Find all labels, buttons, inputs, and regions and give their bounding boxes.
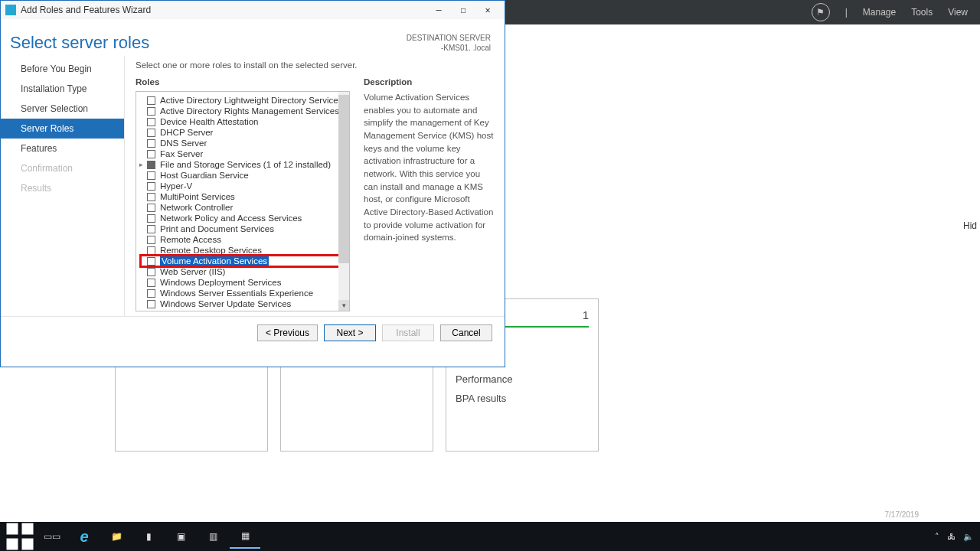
role-checkbox[interactable]	[147, 204, 155, 212]
install-button: Install	[382, 324, 434, 341]
role-checkbox[interactable]	[147, 118, 155, 126]
role-label: Remote Desktop Services	[160, 246, 262, 255]
tile-line: Performance	[456, 373, 589, 385]
role-checkbox[interactable]	[147, 214, 155, 223]
role-item[interactable]: Fax Server	[141, 148, 348, 159]
notification-flag-icon[interactable]: ⚑	[812, 3, 830, 21]
system-tray[interactable]: ˄ 🖧 🔈	[935, 522, 974, 551]
server-manager-topbar: ⚑ | Manage Tools View	[505, 0, 980, 24]
role-checkbox[interactable]	[147, 96, 155, 105]
role-label: Hyper-V	[160, 181, 192, 191]
role-label: Network Controller	[160, 203, 233, 212]
cancel-button[interactable]: Cancel	[440, 324, 492, 341]
role-label: Active Directory Lightweight Directory S…	[160, 96, 342, 105]
role-item[interactable]: Network Controller	[141, 202, 348, 213]
previous-button[interactable]: < Previous	[257, 324, 318, 341]
instruction-text: Select one or more roles to install on t…	[136, 60, 494, 70]
menu-tools[interactable]: Tools	[911, 7, 933, 18]
wizard-step[interactable]: Before You Begin	[1, 59, 124, 79]
role-item[interactable]: Active Directory Rights Management Servi…	[141, 106, 348, 116]
role-checkbox[interactable]	[147, 171, 155, 180]
role-item[interactable]: Remote Desktop Services	[141, 245, 348, 256]
role-item[interactable]: DHCP Server	[141, 127, 348, 138]
tray-chevron-icon[interactable]: ˄	[935, 532, 939, 542]
network-icon[interactable]: 🖧	[947, 532, 956, 541]
role-checkbox[interactable]	[147, 161, 155, 169]
role-checkbox[interactable]	[147, 129, 155, 137]
app-icon[interactable]: ▮	[133, 524, 164, 549]
role-checkbox[interactable]	[147, 182, 155, 191]
role-item[interactable]: Hyper-V	[141, 181, 348, 191]
server-manager-icon[interactable]: ▦	[230, 524, 260, 549]
role-checkbox[interactable]	[147, 268, 155, 276]
expand-icon[interactable]: ▸	[139, 161, 143, 168]
role-checkbox[interactable]	[147, 139, 155, 148]
role-checkbox[interactable]	[147, 257, 155, 266]
wizard-step[interactable]: Installation Type	[1, 79, 124, 99]
maximize-button[interactable]: ☐	[451, 2, 475, 18]
role-item[interactable]: Host Guardian Service	[141, 170, 348, 181]
role-item[interactable]: Volume Activation Services	[141, 256, 348, 266]
role-label: Windows Server Update Services	[160, 299, 291, 308]
menu-manage[interactable]: Manage	[863, 7, 896, 18]
role-label: DHCP Server	[160, 128, 213, 137]
page-title: Select server roles	[10, 33, 149, 53]
roles-header: Roles	[136, 77, 350, 86]
close-button[interactable]: ✕	[475, 2, 500, 18]
ie-icon[interactable]: e	[69, 524, 100, 549]
destination-label: DESTINATION SERVER	[407, 33, 491, 43]
wizard-step[interactable]: Features	[1, 139, 124, 158]
role-item[interactable]: Windows Deployment Services	[141, 277, 348, 288]
role-item[interactable]: Remote Access	[141, 234, 348, 245]
app-icon[interactable]: ▥	[198, 524, 228, 549]
destination-server: -KMS01. .local	[407, 43, 491, 53]
explorer-icon[interactable]: 📁	[101, 524, 132, 549]
svg-rect-0	[7, 523, 18, 535]
role-checkbox[interactable]	[147, 193, 155, 201]
role-label: MultiPoint Services	[160, 192, 235, 201]
role-label: Fax Server	[160, 149, 203, 158]
menu-view[interactable]: View	[948, 7, 968, 18]
role-checkbox[interactable]	[147, 225, 155, 233]
role-item[interactable]: Active Directory Lightweight Directory S…	[141, 95, 348, 106]
start-button[interactable]	[5, 524, 35, 549]
scrollbar-thumb[interactable]	[338, 95, 349, 263]
add-roles-wizard-window: Add Roles and Features Wizard — ☐ ✕ Sele…	[0, 0, 505, 367]
titlebar[interactable]: Add Roles and Features Wizard — ☐ ✕	[1, 1, 505, 19]
scrollbar-down-icon[interactable]: ▾	[338, 300, 349, 311]
role-item[interactable]: Windows Server Essentials Experience	[141, 288, 348, 298]
wizard-step[interactable]: Server Selection	[1, 99, 124, 119]
role-checkbox[interactable]	[147, 107, 155, 116]
role-item[interactable]: Windows Server Update Services	[141, 298, 348, 309]
wizard-step: Results	[1, 178, 124, 198]
role-item[interactable]: DNS Server	[141, 138, 348, 148]
roles-listbox[interactable]: Active Directory Lightweight Directory S…	[136, 91, 350, 311]
cmd-icon[interactable]: ▣	[165, 524, 196, 549]
role-label: Windows Server Essentials Experience	[160, 289, 313, 298]
taskbar[interactable]: ▭▭ e 📁 ▮ ▣ ▥ ▦ ˄ 🖧 🔈	[0, 522, 980, 551]
hide-link[interactable]: Hid	[963, 220, 977, 231]
role-label: Device Health Attestation	[160, 117, 259, 126]
volume-icon[interactable]: 🔈	[963, 532, 974, 542]
role-item[interactable]: ▸File and Storage Services (1 of 12 inst…	[141, 159, 348, 170]
wizard-step: Confirmation	[1, 158, 124, 178]
role-checkbox[interactable]	[147, 236, 155, 244]
wizard-step[interactable]: Server Roles	[1, 119, 124, 139]
taskview-icon[interactable]: ▭▭	[37, 524, 67, 549]
svg-rect-2	[7, 539, 18, 550]
role-checkbox[interactable]	[147, 289, 155, 298]
role-item[interactable]: Device Health Attestation	[141, 116, 348, 127]
role-checkbox[interactable]	[147, 300, 155, 308]
role-checkbox[interactable]	[147, 279, 155, 287]
role-item[interactable]: Print and Document Services	[141, 223, 348, 234]
role-item[interactable]: MultiPoint Services	[141, 191, 348, 202]
svg-rect-3	[22, 539, 34, 550]
role-item[interactable]: Network Policy and Access Services	[141, 213, 348, 223]
role-checkbox[interactable]	[147, 246, 155, 255]
next-button[interactable]: Next >	[324, 324, 376, 341]
role-item[interactable]: Web Server (IIS)	[141, 266, 348, 277]
role-label: File and Storage Services (1 of 12 insta…	[160, 160, 331, 169]
role-checkbox[interactable]	[147, 150, 155, 158]
role-label: Active Directory Rights Management Servi…	[160, 106, 339, 116]
minimize-button[interactable]: —	[426, 2, 451, 18]
